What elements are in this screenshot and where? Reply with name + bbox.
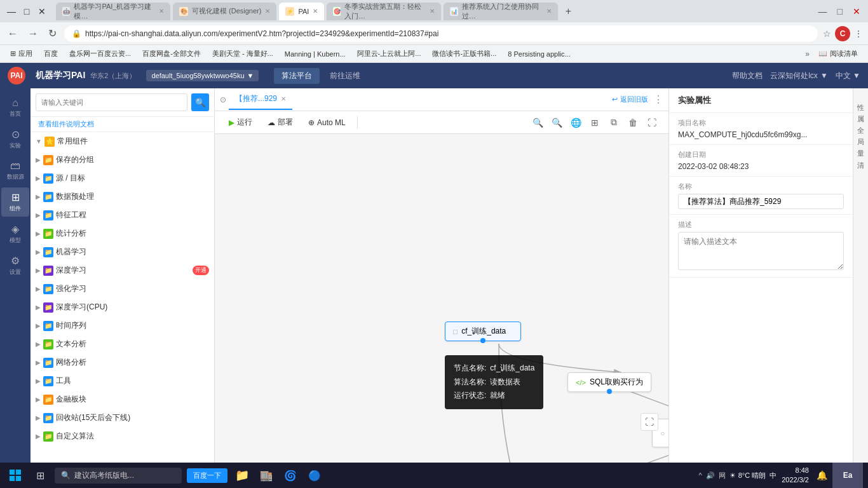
- fit-button[interactable]: ⊞: [586, 114, 604, 132]
- sidebar-item-component[interactable]: ⊞ 组件: [1, 187, 29, 217]
- bookmark-meijtv[interactable]: 美剧天堂 - 海量好...: [207, 48, 278, 60]
- vtab-clear[interactable]: 清: [853, 151, 868, 161]
- canvas-expand-button[interactable]: ⛶: [641, 413, 658, 431]
- sidebar-item-datasource[interactable]: 🗃 数据源: [1, 156, 29, 185]
- automl-button[interactable]: ⊕ Auto ML: [302, 116, 352, 130]
- bookmarks-more[interactable]: »: [805, 50, 810, 58]
- tray-lang[interactable]: 中: [770, 471, 776, 480]
- taskbar-edge[interactable]: 🌀: [281, 466, 300, 485]
- zoom-out-button[interactable]: 🔍: [548, 114, 566, 132]
- browser-tab-2[interactable]: 🎨 可视化建模 (Designer) ✕: [173, 3, 276, 20]
- node-sql-buy[interactable]: </> SQL取购买行为: [567, 372, 651, 392]
- corner-button[interactable]: Ea: [832, 463, 863, 488]
- user-menu[interactable]: 云深知何处lcx ▼: [770, 71, 828, 81]
- nav-algo-platform[interactable]: 算法平台: [274, 68, 320, 84]
- group-source-header[interactable]: ▶ 📁 源 / 目标: [31, 169, 214, 187]
- tab3-close[interactable]: ✕: [313, 8, 318, 15]
- bookmark-pan[interactable]: 百度网盘-全部文件: [137, 48, 206, 60]
- sidebar-item-experiment[interactable]: ⊙ 实验: [1, 125, 29, 154]
- canvas-tab-close[interactable]: ✕: [281, 95, 286, 102]
- group-recycle-header[interactable]: ▶ 📁 回收站(15天后会下线): [31, 409, 214, 427]
- vtab-local[interactable]: 局: [853, 128, 868, 138]
- zoom-in-button[interactable]: 🔍: [529, 114, 546, 132]
- group-preprocess-header[interactable]: ▶ 📁 数据预处理: [31, 187, 214, 206]
- globe-button[interactable]: 🌐: [567, 114, 585, 132]
- new-tab-button[interactable]: +: [560, 4, 576, 19]
- menu-icon[interactable]: ⋮: [854, 29, 863, 39]
- taskbar-chrome[interactable]: 🔵: [305, 466, 324, 485]
- tab4-close[interactable]: ✕: [430, 8, 435, 15]
- browser-tab-1[interactable]: 🤖 机器学习PAI_机器学习建模… ✕: [56, 3, 170, 20]
- canvas-tab-active[interactable]: 【推荐...929 ✕: [229, 90, 292, 110]
- property-desc-textarea[interactable]: [678, 232, 844, 270]
- tray-volume[interactable]: 🔊: [706, 471, 715, 480]
- canvas-graph[interactable]: □ cf_训练_data 节点名称: cf_训练_data 算法名称: 读数据表: [215, 134, 668, 463]
- group-rl-header[interactable]: ▶ 📁 强化学习: [31, 280, 214, 298]
- url-input[interactable]: [85, 29, 810, 38]
- bookmark-panyue[interactable]: 盘乐网一百度云资...: [64, 48, 136, 60]
- group-stats-header[interactable]: ▶ 📁 统计分析: [31, 224, 214, 243]
- search-button[interactable]: 🔍: [191, 93, 209, 111]
- sidebar-item-settings[interactable]: ⚙ 设置: [1, 251, 29, 280]
- group-common-header[interactable]: ▼ ⭐ 常用组件: [31, 132, 214, 151]
- nav-ops[interactable]: 前往运维: [322, 68, 368, 84]
- fullscreen-button[interactable]: ⛶: [643, 114, 661, 132]
- tab5-close[interactable]: ✕: [546, 8, 552, 15]
- tray-network[interactable]: 网: [719, 471, 726, 480]
- group-dl-cpu-header[interactable]: ▶ 📁 深度学习(CPU): [31, 298, 214, 316]
- run-button[interactable]: ▶ 运行: [222, 114, 259, 130]
- browser-tab-4[interactable]: 🎯 冬季实战营第五期：轻松入门… ✕: [327, 3, 441, 20]
- group-network-header[interactable]: ▶ 📁 网络分析: [31, 353, 214, 372]
- sidebar-item-model[interactable]: ◈ 模型: [1, 219, 29, 248]
- doc-link[interactable]: 查看组件说明文档: [31, 117, 214, 132]
- start-button[interactable]: [5, 465, 25, 485]
- bookmark-weixin[interactable]: 微信读书-正版书籍...: [427, 48, 501, 60]
- node-cf-train[interactable]: □ cf_训练_data: [445, 322, 521, 341]
- tray-expand[interactable]: ^: [698, 471, 702, 479]
- taskbar-search[interactable]: 🔍 建议高考纸版电...: [55, 468, 182, 484]
- min-btn[interactable]: —: [816, 6, 830, 17]
- project-dropdown[interactable]: default_5iuog58ywktwwo45ku ▼: [146, 70, 259, 81]
- group-saved-header[interactable]: ▶ 📁 保存的分组: [31, 151, 214, 169]
- group-feature-header[interactable]: ▶ 📁 特征工程: [31, 206, 214, 224]
- sidebar-item-home[interactable]: ⌂ 首页: [1, 93, 29, 122]
- taskbar-store[interactable]: 🏬: [257, 466, 276, 485]
- minimize-window[interactable]: —: [5, 5, 18, 18]
- browser-tab-3[interactable]: ⚡ PAI ✕: [279, 3, 324, 20]
- help-button[interactable]: 帮助文档: [732, 71, 763, 81]
- deploy-button[interactable]: ☁ 部署: [261, 114, 299, 130]
- bookmark-readlist[interactable]: 📖 阅读清单: [813, 48, 863, 60]
- bookmark-apps[interactable]: ⊞ 应用: [5, 48, 37, 60]
- tab2-close[interactable]: ✕: [265, 8, 270, 15]
- sidebar-toggle[interactable]: ⋮: [653, 93, 663, 105]
- close-window[interactable]: ✕: [36, 5, 48, 18]
- copy-button[interactable]: ⧉: [605, 114, 623, 132]
- group-timeseries-header[interactable]: ▶ 📁 时间序列: [31, 316, 214, 335]
- vtab-attrs[interactable]: 属: [853, 105, 868, 115]
- bookmark-icon[interactable]: ☆: [823, 29, 831, 39]
- bookmark-persisting[interactable]: 8 Persisting applic...: [503, 49, 575, 59]
- bookmark-baidu[interactable]: 百度: [39, 48, 63, 60]
- back-button[interactable]: ←: [5, 27, 20, 41]
- notification-button[interactable]: 🔔: [817, 470, 827, 480]
- vtab-properties[interactable]: 性: [853, 93, 868, 104]
- return-old-button[interactable]: ↩ 返回旧版: [612, 95, 648, 104]
- max-btn[interactable]: □: [835, 6, 845, 17]
- property-name-input[interactable]: [678, 194, 844, 209]
- tab1-close[interactable]: ✕: [159, 8, 164, 15]
- taskbar-explorer[interactable]: 📁: [233, 466, 252, 485]
- forward-button[interactable]: →: [25, 27, 41, 41]
- group-finance-header[interactable]: ▶ 📁 金融板块: [31, 390, 214, 409]
- group-nlp-header[interactable]: ▶ 📁 文本分析: [31, 335, 214, 353]
- taskbar-taskview[interactable]: ⊞: [31, 466, 50, 485]
- vtab-quantity[interactable]: 量: [853, 139, 868, 149]
- bookmark-manning[interactable]: Manning | Kubern...: [280, 49, 351, 59]
- group-custom-header[interactable]: ▶ 📁 自定义算法: [31, 427, 214, 445]
- bookmark-aliyun[interactable]: 阿里云-上云就上阿...: [352, 48, 426, 60]
- profile-icon[interactable]: C: [835, 26, 850, 41]
- lang-menu[interactable]: 中文 ▼: [836, 71, 860, 81]
- vtab-global[interactable]: 全: [853, 116, 868, 126]
- delete-button[interactable]: 🗑: [624, 114, 642, 132]
- restore-window[interactable]: □: [20, 5, 33, 18]
- group-tools-header[interactable]: ▶ 📁 工具: [31, 372, 214, 390]
